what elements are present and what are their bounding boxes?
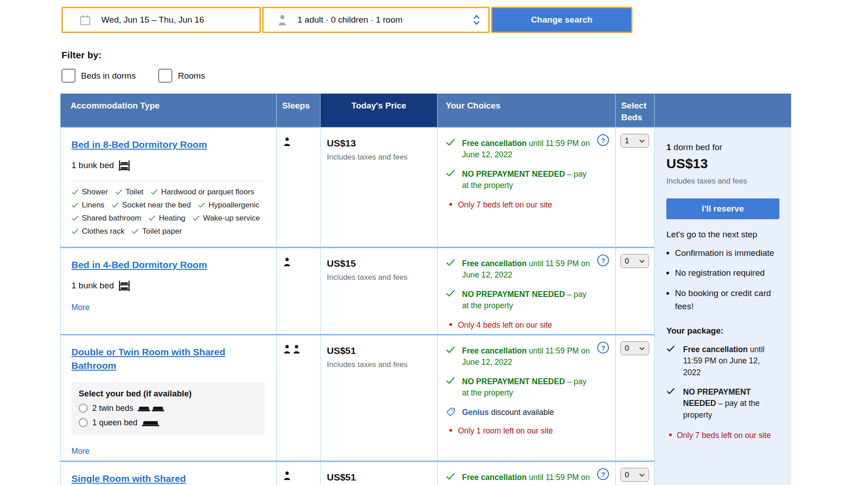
check-icon	[446, 376, 457, 399]
price-cell: US$13 Includes taxes and fees	[321, 128, 438, 248]
check-icon	[446, 258, 457, 281]
price-note: Includes taxes and fees	[327, 360, 437, 369]
panel-scarcity-text: Only 7 beds left on our site	[677, 430, 771, 441]
scarcity-text: Only 1 room left on our site	[458, 425, 553, 437]
date-range-picker[interactable]: Wed, Jun 15 – Thu, Jun 16	[61, 7, 261, 33]
more-link[interactable]: More	[71, 303, 90, 312]
help-icon[interactable]: ?	[597, 342, 609, 353]
benefit-item: Confirmation is immediate	[666, 246, 779, 259]
twin-beds-label: 2 twin beds	[92, 404, 133, 413]
package-free-cancellation: Free cancellation until 11:59 PM on June…	[683, 344, 779, 378]
amenity: Shower	[71, 188, 108, 197]
occupancy-stepper-icon[interactable]	[473, 14, 480, 26]
select-beds-dropdown[interactable]: 0	[620, 254, 649, 268]
check-icon	[446, 345, 457, 368]
select-beds-cell: 0	[616, 248, 655, 335]
queen-bed-radio[interactable]	[79, 418, 88, 427]
sleeps-cell	[277, 248, 321, 335]
chevron-down-icon	[639, 259, 645, 263]
check-icon	[446, 289, 457, 312]
check-icon	[666, 344, 677, 378]
price-cell: US$15 Includes taxes and fees	[321, 248, 438, 335]
benefit-item: No booking or credit card fees!	[666, 287, 779, 313]
table-row-room-cell: Double or Twin Room with Shared Bathroom…	[60, 335, 277, 462]
search-bar: Wed, Jun 15 – Thu, Jun 16 1 adult · 0 ch…	[61, 7, 632, 33]
price-value: US$15	[327, 258, 437, 269]
free-cancellation-text: Free cancellation until 11:59 PM on June…	[462, 472, 594, 485]
header-your-choices: Your Choices	[438, 94, 616, 128]
next-step-text: Let's go to the next step	[666, 230, 779, 240]
help-icon[interactable]: ?	[597, 254, 609, 266]
chevron-down-icon	[639, 139, 645, 143]
price-value: US$51	[327, 472, 437, 483]
red-bullet-icon	[449, 429, 452, 432]
no-prepayment-text: NO PREPAYMENT NEEDED – pay at the proper…	[462, 169, 594, 192]
queen-bed-label: 1 queen bed	[92, 418, 137, 428]
bed-info-text: 1 bunk bed	[71, 160, 114, 170]
summary-price-note: Includes taxes and fees	[666, 177, 779, 186]
room-link-single-room[interactable]: Single Room with Shared Bathroom	[71, 472, 221, 485]
genius-tag-icon	[446, 407, 457, 418]
free-cancellation-text: Free cancellation until 11:59 PM on June…	[462, 345, 594, 368]
select-beds-dropdown[interactable]: 0	[620, 468, 649, 482]
header-spacer	[655, 94, 791, 128]
bed-info-text: 1 bunk bed	[71, 281, 114, 291]
select-beds-cell: 1	[616, 128, 655, 248]
select-beds-dropdown[interactable]: 1	[620, 134, 649, 148]
select-beds-cell: 0	[616, 335, 655, 462]
choices-cell: ? Free cancellation until 11:59 PM on Ju…	[438, 335, 616, 462]
amenity: Toilet paper	[132, 227, 182, 236]
sleeps-cell	[277, 462, 321, 485]
beds-in-dorms-checkbox[interactable]	[61, 69, 75, 83]
occupancy-value: 1 adult · 0 children · 1 room	[297, 15, 473, 25]
room-link-8bed-dorm[interactable]: Bed in 8-Bed Dormitory Room	[71, 138, 207, 151]
check-icon	[446, 169, 457, 192]
bed-info-line: 1 bunk bed	[71, 160, 264, 171]
person-icon	[277, 14, 288, 26]
red-bullet-icon	[449, 323, 452, 326]
genius-link[interactable]: Genius	[462, 408, 489, 417]
price-cell: US$51	[321, 462, 438, 485]
price-value: US$13	[327, 138, 437, 149]
sleeps-two-person-icon	[283, 344, 320, 354]
amenity: Linens	[71, 201, 104, 210]
rooms-label: Rooms	[178, 71, 205, 81]
table-row-room-cell: Bed in 4-Bed Dormitory Room 1 bunk bed M…	[60, 248, 277, 335]
help-icon[interactable]: ?	[597, 134, 609, 146]
twin-beds-radio[interactable]	[79, 404, 88, 413]
your-package-title: Your package:	[666, 326, 779, 336]
more-link[interactable]: More	[71, 447, 90, 456]
choices-cell: ? Free cancellation until 11:59 PM on Ju…	[438, 462, 616, 485]
change-search-button[interactable]: Change search	[491, 7, 632, 33]
amenity: Wake-up service	[193, 214, 260, 223]
check-icon	[446, 138, 457, 161]
price-note: Includes taxes and fees	[327, 153, 437, 162]
header-select-beds: Select Beds	[616, 94, 655, 128]
price-note: Includes taxes and fees	[327, 273, 437, 282]
select-beds-value: 0	[625, 471, 629, 480]
rooms-checkbox[interactable]	[158, 69, 172, 83]
divider	[71, 181, 264, 181]
occupancy-selector[interactable]: 1 adult · 0 children · 1 room	[262, 7, 490, 33]
filter-item-beds-in-dorms: Beds in dorms	[61, 69, 136, 83]
amenity: Hardwood or parquet floors	[151, 188, 254, 197]
free-cancellation-text: Free cancellation until 11:59 PM on June…	[462, 138, 594, 161]
table-row-room-cell: Bed in 8-Bed Dormitory Room 1 bunk bed S…	[60, 128, 277, 248]
select-beds-cell: 0	[616, 462, 655, 485]
bunk-bed-icon	[118, 281, 130, 291]
reservation-summary-panel: 1 dorm bed for US$13 Includes taxes and …	[655, 128, 791, 485]
reserve-button[interactable]: I'll reserve	[666, 198, 779, 219]
price-cell: US$51 Includes taxes and fees	[321, 335, 438, 462]
bullet-icon	[666, 292, 669, 295]
sleeps-person-icon	[283, 257, 320, 267]
bullet-icon	[666, 252, 669, 254]
benefit-item: No registration required	[666, 266, 779, 279]
room-link-4bed-dorm[interactable]: Bed in 4-Bed Dormitory Room	[71, 258, 207, 272]
bullet-icon	[666, 272, 669, 274]
select-beds-dropdown[interactable]: 0	[620, 341, 649, 355]
date-range-value: Wed, Jun 15 – Thu, Jun 16	[101, 15, 204, 25]
calendar-icon	[79, 14, 91, 26]
scarcity-text: Only 4 beds left on our site	[458, 320, 552, 331]
help-icon[interactable]: ?	[597, 468, 609, 480]
room-link-double-twin[interactable]: Double or Twin Room with Shared Bathroom	[71, 345, 261, 372]
